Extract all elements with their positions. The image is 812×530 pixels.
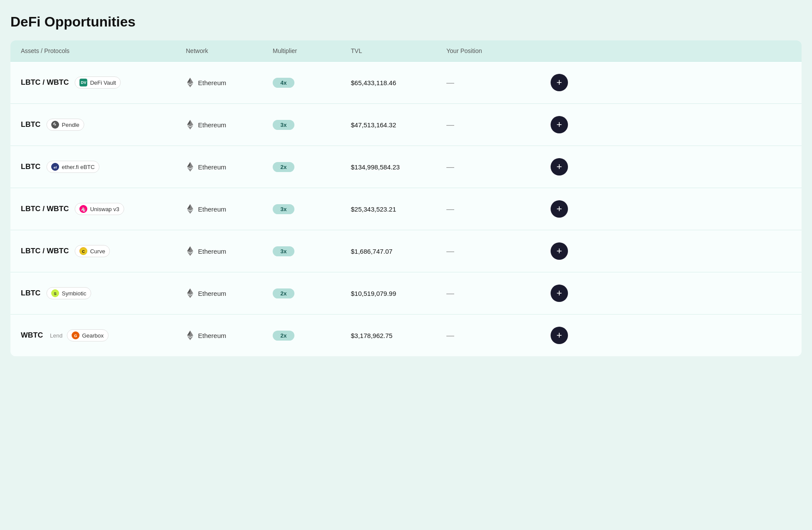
action-cell: + xyxy=(533,285,568,302)
lend-label: Lend xyxy=(50,332,63,339)
multiplier-cell: 3x xyxy=(273,246,351,256)
action-cell: + xyxy=(533,242,568,260)
network-name: Ethereum xyxy=(198,163,226,171)
ethereum-icon xyxy=(186,289,195,298)
tvl-cell: $134,998,584.23 xyxy=(351,163,446,171)
asset-cell: LBTC Pendle xyxy=(21,119,186,131)
position-cell: — xyxy=(446,78,533,87)
asset-cell: LBTC / WBTC C Curve xyxy=(21,245,186,257)
action-cell: + xyxy=(533,327,568,344)
protocol-badge: DV DeFi Vault xyxy=(75,76,121,89)
protocol-badge: Pendle xyxy=(46,119,84,131)
add-button[interactable]: + xyxy=(551,327,568,344)
position-cell: — xyxy=(446,205,533,214)
multiplier-badge: 3x xyxy=(273,246,294,256)
network-cell: Ethereum xyxy=(186,162,273,171)
tvl-cell: $3,178,962.75 xyxy=(351,332,446,339)
multiplier-badge: 3x xyxy=(273,120,294,130)
page-title: DeFi Opportunities xyxy=(10,14,802,30)
asset-name: LBTC xyxy=(21,120,40,129)
ethereum-icon xyxy=(186,78,195,87)
ethereum-icon xyxy=(186,247,195,255)
add-button[interactable]: + xyxy=(551,74,568,91)
position-cell: — xyxy=(446,247,533,256)
protocol-badge: ef ether.fi eBTC xyxy=(46,161,99,173)
network-name: Ethereum xyxy=(198,121,226,129)
protocol-name: Pendle xyxy=(62,122,79,128)
network-cell: Ethereum xyxy=(186,247,273,255)
asset-cell: LBTC / WBTC DV DeFi Vault xyxy=(21,76,186,89)
action-cell: + xyxy=(533,74,568,91)
network-cell: Ethereum xyxy=(186,120,273,129)
table-row: LBTC / WBTC C Curve Ethereum 3x $1,686,7… xyxy=(10,230,802,272)
add-button[interactable]: + xyxy=(551,158,568,176)
asset-name: LBTC / WBTC xyxy=(21,205,69,213)
position-cell: — xyxy=(446,331,533,340)
protocol-badge: G Gearbox xyxy=(67,329,109,341)
protocol-name: ether.fi eBTC xyxy=(62,164,95,170)
tvl-cell: $1,686,747.07 xyxy=(351,248,446,255)
asset-cell: WBTCLend G Gearbox xyxy=(21,329,186,341)
asset-name: LBTC / WBTC xyxy=(21,78,69,87)
add-button[interactable]: + xyxy=(551,116,568,133)
asset-name: LBTC xyxy=(21,289,40,298)
header-tvl: TVL xyxy=(351,47,446,54)
multiplier-badge: 2x xyxy=(273,288,294,298)
add-button[interactable]: + xyxy=(551,285,568,302)
protocol-badge: 🦄 Uniswap v3 xyxy=(75,203,124,215)
network-cell: Ethereum xyxy=(186,331,273,340)
header-network: Network xyxy=(186,47,273,54)
asset-name: WBTC xyxy=(21,331,43,340)
add-button[interactable]: + xyxy=(551,200,568,218)
tvl-cell: $47,513,164.32 xyxy=(351,121,446,129)
asset-cell: LBTC S Symbiotic xyxy=(21,287,186,299)
ethereum-icon xyxy=(186,162,195,171)
table-row: LBTC / WBTC 🦄 Uniswap v3 Ethereum 3x $25… xyxy=(10,188,802,230)
ethereum-icon xyxy=(186,331,195,340)
multiplier-cell: 4x xyxy=(273,78,351,88)
multiplier-badge: 3x xyxy=(273,204,294,214)
asset-name: LBTC / WBTC xyxy=(21,247,69,255)
svg-text:ef: ef xyxy=(54,166,57,169)
asset-cell: LBTC ef ether.fi eBTC xyxy=(21,161,186,173)
header-multiplier: Multiplier xyxy=(273,47,351,54)
asset-cell: LBTC / WBTC 🦄 Uniswap v3 xyxy=(21,203,186,215)
table-body: LBTC / WBTC DV DeFi Vault Ethereum 4x $6… xyxy=(10,62,802,356)
network-name: Ethereum xyxy=(198,79,226,86)
protocol-name: Gearbox xyxy=(82,332,104,339)
network-cell: Ethereum xyxy=(186,78,273,87)
svg-text:C: C xyxy=(82,249,85,254)
position-cell: — xyxy=(446,289,533,298)
table-row: WBTCLend G Gearbox Ethereum 2x $3,178,96… xyxy=(10,315,802,356)
ethereum-icon xyxy=(186,120,195,129)
protocol-name: Symbiotic xyxy=(62,290,86,297)
table-row: LBTC Pendle Ethereum 3x $47,513,164.32 —… xyxy=(10,104,802,146)
protocol-name: Curve xyxy=(90,248,105,255)
network-name: Ethereum xyxy=(198,248,226,255)
tvl-cell: $10,519,079.99 xyxy=(351,290,446,297)
protocol-badge: C Curve xyxy=(75,245,110,257)
ethereum-icon xyxy=(186,205,195,213)
action-cell: + xyxy=(533,200,568,218)
header-action xyxy=(533,47,568,54)
svg-point-1 xyxy=(54,124,56,126)
header-position: Your Position xyxy=(446,47,533,54)
protocol-badge: S Symbiotic xyxy=(46,287,91,299)
multiplier-cell: 3x xyxy=(273,120,351,130)
tvl-cell: $25,343,523.21 xyxy=(351,205,446,213)
svg-text:G: G xyxy=(74,334,77,338)
multiplier-cell: 2x xyxy=(273,331,351,341)
multiplier-badge: 2x xyxy=(273,162,294,172)
network-cell: Ethereum xyxy=(186,289,273,298)
table-header: Assets / Protocols Network Multiplier TV… xyxy=(10,40,802,62)
network-cell: Ethereum xyxy=(186,205,273,213)
multiplier-badge: 4x xyxy=(273,78,294,88)
action-cell: + xyxy=(533,116,568,133)
position-cell: — xyxy=(446,162,533,172)
add-button[interactable]: + xyxy=(551,242,568,260)
header-assets: Assets / Protocols xyxy=(21,47,186,54)
multiplier-badge: 2x xyxy=(273,331,294,341)
network-name: Ethereum xyxy=(198,332,226,339)
multiplier-cell: 2x xyxy=(273,288,351,298)
defi-table: Assets / Protocols Network Multiplier TV… xyxy=(10,40,802,356)
